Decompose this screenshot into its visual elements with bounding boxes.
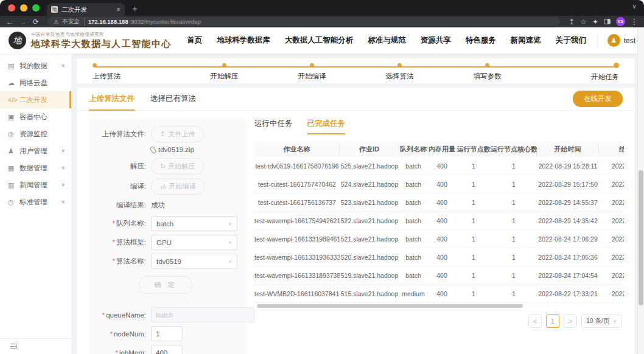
vertical-scrollbar-thumb[interactable] [639,170,643,305]
nav-item[interactable]: 关于我们 [556,35,586,46]
nav-item[interactable]: 资源共享 [421,35,451,46]
table-row[interactable]: test-wavempi-1661331893738 519.slave21.h… [254,266,624,285]
horizontal-scrollbar[interactable] [254,304,624,308]
cell-end-time: 2022-08-24 17 [599,235,624,243]
cell-end-time: 2022-08-29 15 [599,162,624,170]
chevron-down-icon: ∨ [228,240,232,245]
framework-select[interactable]: GPU ∨ [151,235,237,250]
compile-result-label: 编译结果: [94,201,146,210]
step-label: 开始编译 [298,72,326,81]
step: 开始任务 [531,64,619,82]
start-compile-button[interactable]: ‹/› 开始编译 [151,178,205,195]
table-header-cell: 运行节点数 [457,145,491,154]
cell-node-count: 1 [457,199,491,206]
sidebar-item[interactable]: ☁ 网络云盘 [0,74,71,91]
share-icon[interactable]: ↥ [569,18,575,26]
start-unzip-button[interactable]: ↻ 开始解压 [151,158,204,175]
extensions-icon[interactable]: ✦ [592,18,598,26]
prev-page-button[interactable]: < [528,314,542,328]
site-logo[interactable]: 地 [9,32,26,49]
browser-menu-icon[interactable]: ⋮ [631,18,638,26]
not-secure-label[interactable]: 不安全 [62,18,85,26]
close-window-button[interactable] [8,4,15,12]
step-label: 上传算法 [93,72,121,81]
sidebar-item-label: 网络云盘 [19,78,65,88]
user-menu[interactable]: ♟ test [597,34,635,47]
sidebar-item-label: 资源监控 [19,130,65,139]
sidebar-item-icon: ▣ [8,113,16,121]
brand-org: 中国科学院地质与地球物理研究所 [31,32,172,38]
nav-item[interactable]: 标准与规范 [368,35,406,46]
attachment-file-name: tdv0519.zip [158,146,194,153]
sidebar-item[interactable]: ♟ 用户管理 ∨ [0,142,71,159]
next-page-button[interactable]: > [564,314,577,328]
collapse-sidebar-icon[interactable] [10,343,18,350]
upload-icon: ↥ [160,130,166,138]
page-size-select[interactable]: 10 条/页 ∨ [581,314,621,328]
nav-item[interactable]: 首页 [187,35,202,46]
back-icon[interactable]: ← [6,18,13,26]
sidebar-item[interactable]: ▤ 我的数据 ∨ [0,57,71,74]
table-row[interactable]: test-WVMB2D-1661160378414 515.slave21.ha… [254,285,624,303]
step-dot-icon [397,63,402,68]
page-title: 地球科学大数据与人工智能中心 [31,38,172,50]
reload-icon[interactable]: ⟳ [33,18,39,26]
tab-running-tasks[interactable]: 运行中任务 [254,119,293,134]
nav-item[interactable]: 地球科学数据库 [217,35,270,46]
step-dot-icon [310,63,314,68]
nav-item[interactable]: 大数据人工智能分析 [285,35,354,46]
sidebar-item[interactable]: ◷ 标准管理 ∨ [0,193,71,210]
table-row[interactable]: test-cutest-1661757470462 524.slave21.ha… [254,175,624,193]
sidebar-item[interactable]: </> 二次开发 [0,91,71,108]
table-row[interactable]: test-cutest-1661756136737 523.slave21.ha… [254,193,624,212]
nodenum-input[interactable] [151,326,183,341]
cell-node-count: 1 [457,272,491,279]
sidebar-item[interactable]: ▦ 数据管理 ∨ [0,159,71,176]
attachment-row[interactable]: tdv0519.zip [151,146,237,153]
nav-item[interactable]: 特色服务 [466,35,496,46]
tab-completed-tasks[interactable]: 已完成任务 [307,119,346,134]
sidebar-item[interactable]: ◎ 资源监控 [0,125,71,142]
step-progress: 上传算法 开始解压 开始编译 选择算法 填写参数 [93,64,619,82]
minimize-window-button[interactable] [20,4,27,12]
new-tab-button[interactable]: + [132,3,138,13]
sidebar-item[interactable]: ▥ 新闻管理 ∨ [0,176,71,193]
table-row[interactable]: test-wavempi-1661754942621 522.slave21.h… [254,212,624,230]
jobmem-input[interactable] [151,345,183,354]
tab-search-chevron-icon[interactable]: ∨ [632,2,637,10]
step-dot-icon [485,63,489,68]
queue-name-select[interactable]: batch ∨ [151,216,237,231]
sidebar-item[interactable]: ▣ 容器中心 [0,108,71,125]
tab-upload-algorithm-file[interactable]: 上传算法文件 [89,88,135,111]
confirm-button[interactable]: 确 定 [139,276,192,294]
horizontal-scrollbar-thumb[interactable] [257,304,523,308]
sidebar-item-icon: ◎ [8,130,16,138]
queuename-input[interactable] [151,307,254,322]
table-row[interactable]: test-wavempi-1661331989461 521.slave21.h… [254,230,624,248]
page-number-button[interactable]: 1 [546,314,559,328]
sidebar-item-label: 新闻管理 [19,181,61,190]
step-label: 填写参数 [474,72,502,81]
cell-node-count: 1 [457,254,491,261]
address-bar[interactable]: ⚠ 不安全 172.16.188.188 :9032/mycenter/iter… [47,17,560,26]
file-upload-button[interactable]: ↥ 文件上传 [151,126,204,142]
sidebar-item-label: 标准管理 [19,198,61,207]
side-panel-icon[interactable] [604,19,611,24]
cell-start-time: 2022-08-29 14:35:42 [537,217,599,224]
nav-item[interactable]: 新闻速览 [511,35,541,46]
browser-tab[interactable]: 地 二次开发 × [47,3,125,16]
online-dev-button[interactable]: 在线开发 [573,91,623,107]
vertical-scrollbar[interactable] [637,27,644,354]
forward-icon[interactable]: → [19,18,27,26]
cell-start-time: 2022-08-24 17:06:29 [537,235,599,243]
bookmark-star-icon[interactable]: ☆ [580,18,587,26]
algorithm-name-select[interactable]: tdv0519 ∨ [151,254,237,269]
tab-close-icon[interactable]: × [116,5,121,14]
table-row[interactable]: test-tdv0519-1661758076196 525.slave21.h… [254,157,624,175]
tab-select-existing-algorithm[interactable]: 选择已有算法 [150,88,196,111]
table-body: test-tdv0519-1661758076196 525.slave21.h… [254,157,624,303]
browser-profile-avatar[interactable]: XX [616,17,625,26]
maximize-window-button[interactable] [32,4,40,12]
cell-job-name: test-wavempi-1661331893738 [254,272,340,279]
table-row[interactable]: test-wavempi-1661331936333 520.slave21.h… [254,248,624,266]
